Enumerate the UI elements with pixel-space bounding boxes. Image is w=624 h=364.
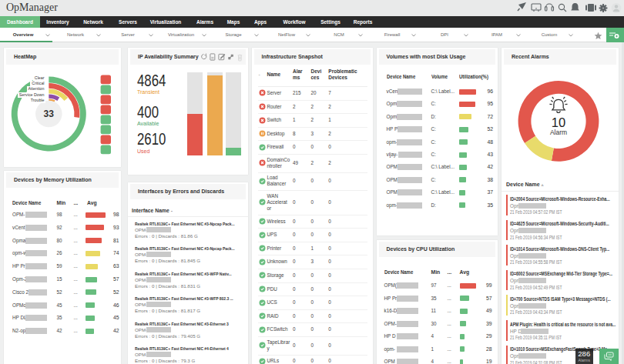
svg-text:10: 10 <box>552 115 565 129</box>
svg-text:33: 33 <box>44 109 55 119</box>
svg-text:Alarm: Alarm <box>550 129 567 136</box>
